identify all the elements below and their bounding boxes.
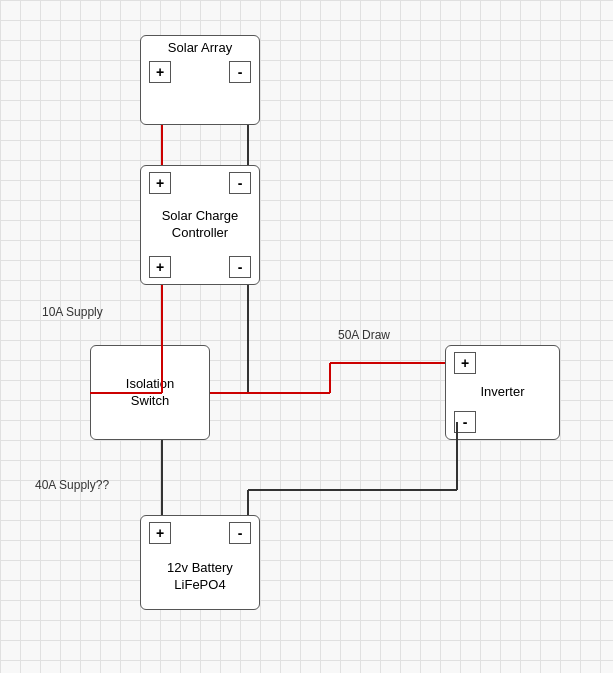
solar-array-terminals: + - xyxy=(141,61,259,83)
annotation-10a: 10A Supply xyxy=(42,305,103,319)
solar-array-pos[interactable]: + xyxy=(149,61,171,83)
solar-array-label: Solar Array xyxy=(162,36,238,61)
scc-pos-bot[interactable]: + xyxy=(149,256,171,278)
scc-neg-top[interactable]: - xyxy=(229,172,251,194)
solar-array-neg[interactable]: - xyxy=(229,61,251,83)
isolation-switch-label1: Isolation xyxy=(126,376,174,393)
battery-pos[interactable]: + xyxy=(149,522,171,544)
inverter-box: + Inverter - xyxy=(445,345,560,440)
isolation-switch-label: Isolation Switch xyxy=(120,372,180,414)
wiring-diagram xyxy=(0,0,613,673)
annotation-40a: 40A Supply?? xyxy=(35,478,109,492)
scc-pos-top[interactable]: + xyxy=(149,172,171,194)
battery-label1: 12v Battery xyxy=(167,560,233,577)
battery-terminals: + - xyxy=(141,516,259,544)
inverter-label: Inverter xyxy=(474,374,530,411)
battery-label2: LiFePO4 xyxy=(174,577,225,594)
scc-label-line1: Solar Charge xyxy=(162,208,239,225)
battery-neg[interactable]: - xyxy=(229,522,251,544)
scc-label: Solar Charge Controller xyxy=(156,194,245,256)
battery-box: + - 12v Battery LiFePO4 xyxy=(140,515,260,610)
scc-neg-bot[interactable]: - xyxy=(229,256,251,278)
inverter-neg[interactable]: - xyxy=(454,411,476,433)
isolation-switch-label2: Switch xyxy=(131,393,169,410)
annotation-50a: 50A Draw xyxy=(338,328,390,342)
battery-label: 12v Battery LiFePO4 xyxy=(161,544,239,609)
scc-top-terminals: + - xyxy=(141,166,259,194)
solar-charge-controller-box: + - Solar Charge Controller + - xyxy=(140,165,260,285)
solar-array-box: Solar Array + - xyxy=(140,35,260,125)
inverter-pos-row: + xyxy=(446,346,559,374)
scc-bot-terminals: + - xyxy=(141,256,259,284)
isolation-switch-box: Isolation Switch xyxy=(90,345,210,440)
inverter-pos[interactable]: + xyxy=(454,352,476,374)
inverter-neg-row: - xyxy=(446,411,559,439)
scc-label-line2: Controller xyxy=(172,225,228,242)
